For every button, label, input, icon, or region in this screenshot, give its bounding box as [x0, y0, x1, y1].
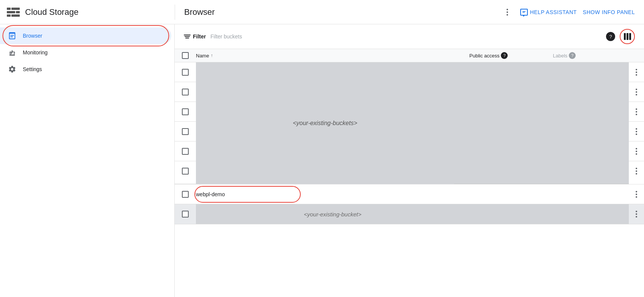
- app-logo: [6, 7, 21, 17]
- row-5-actions-button[interactable]: [636, 148, 637, 155]
- row-1-checkbox[interactable]: [182, 69, 189, 76]
- labels-help-icon[interactable]: ?: [569, 52, 576, 59]
- row-3-checkbox[interactable]: [182, 108, 189, 115]
- existing-bucket-labels-col: [553, 204, 629, 224]
- row-4-checkbox[interactable]: [182, 128, 189, 135]
- existing-bucket-public-placeholder: [469, 204, 553, 224]
- header-checkbox-col: [175, 52, 196, 59]
- buckets-placeholder-area: <your-existing-buckets>: [196, 62, 454, 184]
- help-assistant-button[interactable]: HELP ASSISTANT: [520, 9, 577, 16]
- table-body: <your-existing-buckets>: [175, 62, 644, 297]
- help-assistant-icon: [520, 9, 528, 16]
- row-6-checkbox[interactable]: [182, 168, 189, 175]
- row-check-6: [175, 161, 196, 181]
- row-2-checkbox[interactable]: [182, 89, 189, 95]
- action-cell-6: [629, 161, 644, 181]
- logo-rect-2: [11, 8, 20, 10]
- filter-right-actions: ?: [606, 29, 635, 44]
- webpl-demo-actions-button[interactable]: [636, 191, 637, 198]
- actions-column: [629, 62, 644, 184]
- sidebar-item-browser[interactable]: Browser: [0, 27, 171, 44]
- filter-label: Filter: [193, 33, 206, 40]
- browser-icon: [8, 31, 17, 40]
- existing-bucket-labels-placeholder: [553, 204, 629, 224]
- existing-bucket-actions-button[interactable]: [636, 211, 637, 218]
- existing-bucket-public-col: [469, 204, 553, 224]
- svg-rect-3: [9, 55, 15, 56]
- vertical-dots-icon: [507, 9, 508, 16]
- app-header: Cloud Storage Browser H: [0, 0, 644, 24]
- row-check-4: [175, 122, 196, 141]
- name-column-header[interactable]: Name ↑: [196, 53, 469, 59]
- action-cell-1: [629, 62, 644, 82]
- select-all-checkbox[interactable]: [182, 52, 189, 59]
- sidebar-item-settings-label: Settings: [23, 66, 42, 72]
- filter-bar: Filter Filter buckets ?: [175, 24, 644, 49]
- public-access-column-header: Public access ?: [469, 52, 553, 59]
- right-gray-section: [454, 62, 629, 184]
- existing-bucket-name-col: <your-existing-bucket>: [196, 204, 469, 224]
- show-info-panel-button[interactable]: SHOW INFO PANEL: [583, 9, 635, 15]
- logo-rect-1: [7, 8, 11, 10]
- header-actions: HELP ASSISTANT SHOW INFO PANEL: [500, 5, 635, 19]
- public-access-help-icon[interactable]: ?: [501, 52, 508, 59]
- existing-bucket-placeholder-text: <your-existing-bucket>: [196, 204, 469, 224]
- webpl-demo-row: webpl-demo: [175, 184, 644, 204]
- name-header-label: Name: [196, 53, 209, 59]
- existing-bucket-checkbox[interactable]: [182, 211, 189, 218]
- logo-rect-6: [11, 14, 20, 17]
- webpl-demo-actions-col: [629, 191, 644, 198]
- page-title: Browser: [184, 7, 493, 17]
- row-1-actions-button[interactable]: [636, 69, 637, 76]
- webpl-demo-check-col: [175, 191, 196, 198]
- filter-input[interactable]: Filter buckets: [210, 33, 601, 40]
- row-check-1: [175, 62, 196, 82]
- sidebar-item-monitoring-label: Monitoring: [23, 49, 47, 56]
- main-content: Filter Filter buckets ?: [175, 24, 644, 297]
- settings-icon: [8, 65, 17, 74]
- row-check-3: [175, 102, 196, 122]
- row-5-checkbox[interactable]: [182, 148, 189, 155]
- labels-column-header: Labels ?: [553, 52, 629, 59]
- row-4-actions-button[interactable]: [636, 128, 637, 135]
- more-options-button[interactable]: [500, 5, 514, 19]
- logo-rect-5: [7, 14, 11, 17]
- logo-rect-3: [7, 11, 15, 13]
- webpl-demo-checkbox[interactable]: [182, 191, 189, 198]
- filter-icon: [184, 35, 191, 38]
- row-6-actions-button[interactable]: [636, 168, 637, 175]
- webpl-demo-name-col: webpl-demo: [196, 191, 469, 197]
- action-cell-5: [629, 141, 644, 161]
- row-3-actions-button[interactable]: [636, 108, 637, 115]
- monitoring-icon: [8, 48, 17, 57]
- sidebar: Browser Monitoring Settings: [0, 24, 175, 297]
- filter-button[interactable]: Filter: [184, 33, 206, 40]
- table-help-icon[interactable]: ?: [606, 32, 615, 41]
- sidebar-item-browser-label: Browser: [23, 33, 42, 39]
- sort-ascending-icon: ↑: [211, 53, 213, 58]
- extra-bucket-label: <your-existing-bucket>: [304, 211, 361, 218]
- existing-buckets-placeholder: <your-existing-buckets>: [293, 120, 357, 127]
- logo-rect-4: [16, 11, 20, 13]
- existing-bucket-check-col: [175, 211, 196, 218]
- checkbox-column: [175, 62, 196, 184]
- public-access-label: Public access: [469, 53, 499, 59]
- action-cell-3: [629, 102, 644, 122]
- row-2-actions-button[interactable]: [636, 89, 637, 95]
- sidebar-item-monitoring[interactable]: Monitoring: [0, 44, 174, 61]
- existing-bucket-actions-col: [629, 211, 644, 218]
- action-cell-2: [629, 82, 644, 102]
- existing-buckets-section: <your-existing-buckets>: [175, 62, 644, 184]
- header-right: Browser HELP ASSISTANT: [175, 5, 644, 19]
- existing-bucket-placeholder-row: <your-existing-bucket>: [175, 204, 644, 224]
- sidebar-item-settings[interactable]: Settings: [0, 61, 174, 78]
- columns-button[interactable]: [620, 29, 635, 44]
- action-cell-4: [629, 122, 644, 141]
- app-title: Cloud Storage: [25, 7, 79, 17]
- help-assistant-label: HELP ASSISTANT: [530, 9, 577, 15]
- main-layout: Browser Monitoring Settings: [0, 24, 644, 297]
- webpl-demo-name[interactable]: webpl-demo: [196, 191, 469, 197]
- row-check-5: [175, 141, 196, 161]
- table-header: Name ↑ Public access ? Labels ?: [175, 49, 644, 62]
- header-left: Cloud Storage: [0, 7, 175, 17]
